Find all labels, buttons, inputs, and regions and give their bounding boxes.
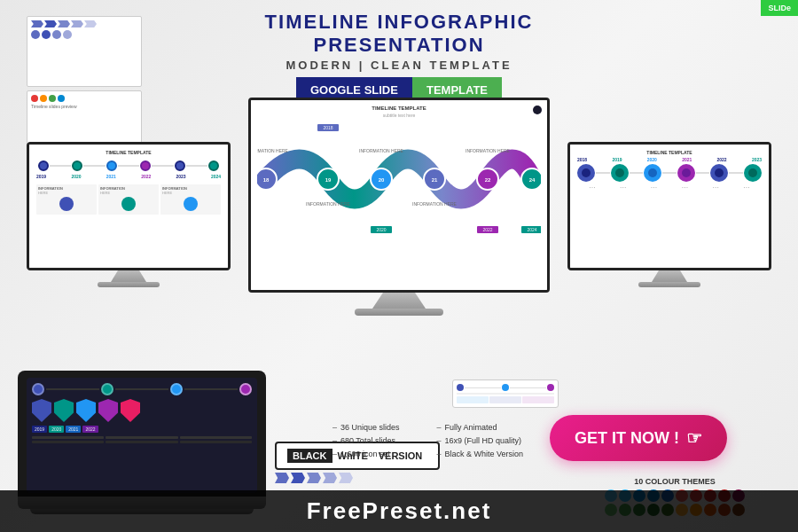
colour-themes-title: 10 COLOUR THEMES [605, 477, 745, 486]
svg-text:19: 19 [325, 177, 332, 183]
svg-text:2024: 2024 [527, 227, 536, 232]
svg-text:18: 18 [263, 177, 270, 183]
svg-text:21: 21 [432, 177, 438, 183]
svg-text:INFORMATION HERE: INFORMATION HERE [412, 201, 458, 207]
svg-text:INFORMATION HERE: INFORMATION HERE [306, 201, 351, 207]
feature-3: 1,600 icon set [332, 450, 419, 458]
main-monitor-stand [372, 293, 426, 309]
laptop-screen: 2019 2020 2021 2022 [27, 378, 257, 493]
arrow-3 [307, 473, 321, 483]
monitor-right: TIMELINE TEMPLATE 2018 2019 2020 2021 20… [567, 142, 771, 287]
bw-black-label: BLACK [287, 449, 332, 463]
monitor-main: TIMELINE TEMPLATE subtitle text here [248, 98, 550, 316]
svg-text:2018: 2018 [323, 125, 332, 130]
svg-text:INFORMATION HERE: INFORMATION HERE [466, 148, 511, 153]
arrow-5 [339, 473, 353, 483]
arrow-4 [323, 473, 337, 483]
main-screen: TIMELINE TEMPLATE subtitle text here [248, 98, 550, 293]
header: TIMELINE INFOGRAPHIC PRESENTATION MODERN… [200, 11, 598, 103]
cursor-icon: ☞ [686, 427, 702, 449]
main-title: TIMELINE INFOGRAPHIC PRESENTATION [200, 11, 598, 57]
feature-4: Fully Animated [437, 423, 524, 432]
get-it-now-button[interactable]: GET IT NOW ! ☞ [550, 415, 727, 461]
svg-text:2022: 2022 [482, 227, 492, 232]
svg-text:24: 24 [529, 177, 536, 183]
slide-tag: SLIDe [761, 0, 798, 16]
feature-2: 680 Total slides [332, 436, 419, 445]
feature-5: 16x9 (Full HD quality) [437, 436, 524, 445]
get-it-now-label: GET IT NOW ! [575, 429, 679, 448]
arrow-2 [291, 473, 305, 483]
features-list: 36 Unique slides Fully Animated 680 Tota… [332, 423, 523, 461]
right-screen: TIMELINE TEMPLATE 2018 2019 2020 2021 20… [567, 142, 771, 270]
subtitle: MODERN | CLEAN TEMPLATE [200, 59, 598, 72]
right-monitor-stand [652, 270, 687, 282]
laptop-screen-wrap: 2019 2020 2021 2022 [18, 371, 266, 497]
svg-text:20: 20 [379, 177, 385, 183]
feature-1: 36 Unique slides [332, 423, 419, 432]
left-monitor-stand [111, 270, 146, 282]
arrows-preview [275, 473, 353, 483]
svg-text:22: 22 [485, 177, 491, 183]
arrow-1 [275, 473, 289, 483]
left-screen: TIMELINE TEMPLATE 2019 2020 2021 2 [27, 142, 231, 270]
right-monitor-base [638, 282, 700, 287]
feature-6: Black & White Version [437, 450, 524, 458]
main-monitor-base [355, 309, 443, 316]
svg-text:2020: 2020 [376, 227, 386, 232]
preview-card-1 [27, 16, 142, 87]
monitor-left: TIMELINE TEMPLATE 2019 2020 2021 2 [27, 142, 231, 287]
svg-text:INFORMATION HERE: INFORMATION HERE [257, 148, 289, 153]
feature-preview [452, 379, 559, 408]
svg-text:INFORMATION HERE: INFORMATION HERE [359, 148, 404, 153]
left-monitor-base [98, 282, 160, 287]
watermark: FreePreset.net [0, 490, 798, 532]
